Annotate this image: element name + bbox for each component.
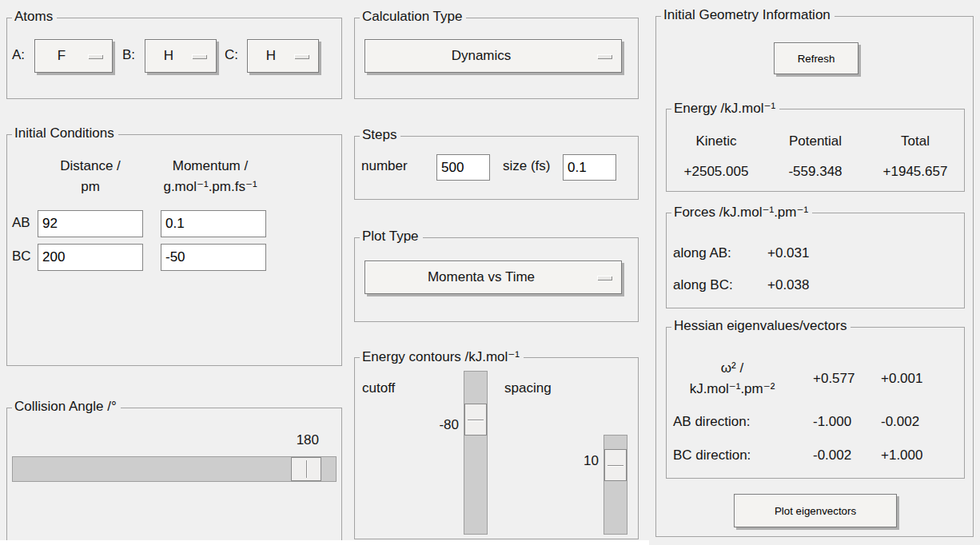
force-bc-value: +0.038	[767, 277, 809, 293]
refresh-button[interactable]: Refresh	[774, 42, 858, 74]
collision-angle-slider-track[interactable]	[12, 456, 337, 482]
bc-distance-input[interactable]	[38, 244, 143, 271]
dropdown-indicator-icon	[294, 54, 309, 58]
steps-number-input[interactable]	[436, 154, 490, 181]
calculation-type-group: Calculation Type Dynamics	[354, 18, 639, 99]
atom-a-dropdown[interactable]: F	[34, 39, 113, 73]
atom-b-value: H	[145, 48, 192, 64]
cutoff-value: -80	[403, 417, 459, 433]
energy-potential-value: -559.348	[766, 164, 865, 180]
dropdown-indicator-icon	[597, 276, 612, 280]
force-ab-value: +0.031	[767, 245, 809, 261]
spacing-slider-thumb[interactable]	[604, 449, 627, 481]
bottom-panel-edge	[0, 540, 649, 545]
ab-distance-input[interactable]	[38, 210, 143, 237]
bc-direction-v2: +1.000	[881, 448, 922, 463]
energy-total-header: Total	[865, 133, 966, 149]
initial-geometry-legend: Initial Geometry Information	[661, 7, 835, 23]
atom-c-dropdown[interactable]: H	[247, 39, 319, 73]
distance-column-header: Distance / pm	[31, 156, 149, 197]
force-bc-label: along BC:	[673, 277, 733, 293]
plot-eigenvectors-button[interactable]: Plot eigenvectors	[734, 494, 897, 527]
steps-legend: Steps	[360, 127, 400, 143]
hessian-subgroup-legend: Hessian eigenvalues/vectors	[671, 318, 851, 334]
plot-type-legend: Plot Type	[360, 229, 423, 245]
spacing-value: 10	[555, 453, 599, 469]
eigenvalue-2: +0.001	[881, 371, 922, 387]
atom-b-label: B:	[122, 47, 135, 63]
row-ab-label: AB	[12, 215, 30, 231]
bc-direction-v1: -0.002	[813, 448, 851, 463]
steps-number-label: number	[361, 158, 408, 174]
initial-geometry-group: Initial Geometry Information Refresh Ene…	[655, 16, 974, 537]
cutoff-slider-thumb[interactable]	[464, 404, 487, 436]
energy-kinetic-value: +2505.005	[667, 164, 766, 180]
collision-angle-legend: Collision Angle /°	[12, 399, 121, 415]
initial-conditions-legend: Initial Conditions	[12, 125, 118, 141]
momentum-column-header: Momentum / g.mol⁻¹.pm.fs⁻¹	[148, 156, 273, 197]
cutoff-slider-track[interactable]	[464, 371, 488, 535]
ab-direction-v1: -1.000	[813, 414, 851, 430]
calculation-type-legend: Calculation Type	[360, 9, 466, 25]
energy-kinetic-header: Kinetic	[667, 133, 766, 149]
atoms-legend: Atoms	[12, 9, 57, 25]
spacing-label: spacing	[504, 380, 552, 396]
dropdown-indicator-icon	[192, 54, 206, 58]
energy-subgroup: Energy /kJ.mol⁻¹ Kinetic Potential Total…	[666, 109, 965, 192]
ab-momentum-input[interactable]	[161, 210, 266, 237]
forces-subgroup: Forces /kJ.mol⁻¹.pm⁻¹ along AB: +0.031 a…	[666, 213, 965, 308]
atom-c-label: C:	[225, 47, 238, 63]
bc-momentum-input[interactable]	[161, 244, 266, 271]
plot-type-group: Plot Type Momenta vs Time	[354, 237, 639, 322]
calculation-type-value: Dynamics	[365, 48, 597, 64]
plot-type-value: Momenta vs Time	[365, 269, 597, 285]
energy-potential-header: Potential	[766, 133, 865, 149]
eigenvalue-1: +0.577	[813, 371, 855, 387]
atom-a-label: A:	[12, 47, 25, 63]
atom-c-value: H	[248, 48, 294, 64]
initial-conditions-group: Initial Conditions Distance / pm Momentu…	[6, 134, 342, 366]
cutoff-label: cutoff	[362, 380, 395, 396]
calculation-type-dropdown[interactable]: Dynamics	[365, 39, 622, 73]
bc-direction-label: BC direction:	[673, 448, 751, 463]
collision-angle-slider-thumb[interactable]	[291, 457, 321, 481]
steps-size-label: size (fs)	[503, 158, 551, 174]
energy-contours-group: Energy contours /kJ.mol⁻¹ cutoff -80 spa…	[354, 357, 639, 539]
ab-direction-v2: -0.002	[881, 414, 919, 430]
steps-group: Steps number size (fs)	[354, 136, 639, 200]
dropdown-indicator-icon	[597, 54, 612, 58]
energy-subgroup-legend: Energy /kJ.mol⁻¹	[671, 100, 779, 117]
omega-label: ω² / kJ.mol⁻¹.pm⁻²	[668, 358, 796, 400]
spacing-slider-track[interactable]	[604, 435, 627, 535]
atoms-group: Atoms A: F B: H C: H	[6, 18, 342, 99]
energy-total-value: +1945.657	[865, 164, 966, 180]
hessian-subgroup: Hessian eigenvalues/vectors ω² / kJ.mol⁻…	[666, 327, 965, 479]
row-bc-label: BC	[12, 249, 31, 265]
plot-type-dropdown[interactable]: Momenta vs Time	[365, 261, 622, 294]
forces-subgroup-legend: Forces /kJ.mol⁻¹.pm⁻¹	[671, 204, 812, 221]
steps-size-input[interactable]	[563, 154, 616, 181]
ab-direction-label: AB direction:	[673, 414, 750, 430]
energy-contours-legend: Energy contours /kJ.mol⁻¹	[360, 348, 524, 365]
collision-angle-group: Collision Angle /° 180	[6, 408, 342, 545]
dropdown-indicator-icon	[88, 54, 102, 58]
force-ab-label: along AB:	[673, 245, 731, 261]
collision-angle-value: 180	[271, 432, 319, 448]
atom-b-dropdown[interactable]: H	[145, 39, 217, 73]
atom-a-value: F	[35, 48, 88, 64]
